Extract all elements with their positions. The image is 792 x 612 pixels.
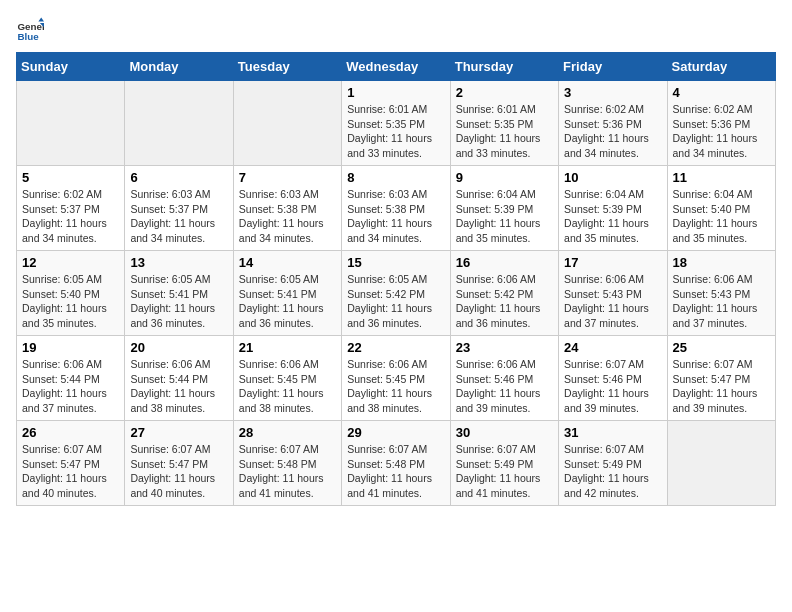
day-daylight: Daylight: 11 hours and 36 minutes. — [130, 302, 215, 329]
calendar-cell: 26 Sunrise: 6:07 AM Sunset: 5:47 PM Dayl… — [17, 421, 125, 506]
day-sunset: Sunset: 5:38 PM — [347, 203, 425, 215]
day-number: 16 — [456, 255, 553, 270]
day-daylight: Daylight: 11 hours and 36 minutes. — [456, 302, 541, 329]
calendar-cell: 10 Sunrise: 6:04 AM Sunset: 5:39 PM Dayl… — [559, 166, 667, 251]
day-sunset: Sunset: 5:40 PM — [22, 288, 100, 300]
day-sunset: Sunset: 5:40 PM — [673, 203, 751, 215]
day-number: 30 — [456, 425, 553, 440]
logo-icon: General Blue — [16, 16, 44, 44]
day-number: 24 — [564, 340, 661, 355]
day-number: 23 — [456, 340, 553, 355]
day-number: 29 — [347, 425, 444, 440]
day-sunrise: Sunrise: 6:02 AM — [673, 103, 753, 115]
day-sunset: Sunset: 5:47 PM — [22, 458, 100, 470]
weekday-header: Wednesday — [342, 53, 450, 81]
day-sunrise: Sunrise: 6:03 AM — [239, 188, 319, 200]
day-sunrise: Sunrise: 6:05 AM — [22, 273, 102, 285]
day-sunset: Sunset: 5:37 PM — [130, 203, 208, 215]
day-sunrise: Sunrise: 6:02 AM — [22, 188, 102, 200]
day-sunset: Sunset: 5:37 PM — [22, 203, 100, 215]
day-sunrise: Sunrise: 6:03 AM — [347, 188, 427, 200]
day-number: 27 — [130, 425, 227, 440]
day-daylight: Daylight: 11 hours and 34 minutes. — [130, 217, 215, 244]
day-sunset: Sunset: 5:46 PM — [564, 373, 642, 385]
day-number: 12 — [22, 255, 119, 270]
day-number: 10 — [564, 170, 661, 185]
calendar-cell — [667, 421, 775, 506]
day-sunrise: Sunrise: 6:03 AM — [130, 188, 210, 200]
day-daylight: Daylight: 11 hours and 36 minutes. — [347, 302, 432, 329]
day-number: 8 — [347, 170, 444, 185]
calendar-cell: 27 Sunrise: 6:07 AM Sunset: 5:47 PM Dayl… — [125, 421, 233, 506]
day-sunset: Sunset: 5:36 PM — [673, 118, 751, 130]
day-daylight: Daylight: 11 hours and 42 minutes. — [564, 472, 649, 499]
calendar-cell: 30 Sunrise: 6:07 AM Sunset: 5:49 PM Dayl… — [450, 421, 558, 506]
day-sunrise: Sunrise: 6:07 AM — [239, 443, 319, 455]
day-sunrise: Sunrise: 6:01 AM — [456, 103, 536, 115]
day-sunset: Sunset: 5:49 PM — [564, 458, 642, 470]
calendar-cell: 19 Sunrise: 6:06 AM Sunset: 5:44 PM Dayl… — [17, 336, 125, 421]
day-daylight: Daylight: 11 hours and 37 minutes. — [673, 302, 758, 329]
calendar-cell: 8 Sunrise: 6:03 AM Sunset: 5:38 PM Dayli… — [342, 166, 450, 251]
day-number: 28 — [239, 425, 336, 440]
day-sunrise: Sunrise: 6:06 AM — [130, 358, 210, 370]
day-daylight: Daylight: 11 hours and 40 minutes. — [130, 472, 215, 499]
day-daylight: Daylight: 11 hours and 38 minutes. — [130, 387, 215, 414]
day-daylight: Daylight: 11 hours and 34 minutes. — [239, 217, 324, 244]
day-daylight: Daylight: 11 hours and 38 minutes. — [347, 387, 432, 414]
calendar-cell: 21 Sunrise: 6:06 AM Sunset: 5:45 PM Dayl… — [233, 336, 341, 421]
day-sunrise: Sunrise: 6:05 AM — [130, 273, 210, 285]
calendar-cell: 4 Sunrise: 6:02 AM Sunset: 5:36 PM Dayli… — [667, 81, 775, 166]
calendar-cell: 18 Sunrise: 6:06 AM Sunset: 5:43 PM Dayl… — [667, 251, 775, 336]
weekday-header: Sunday — [17, 53, 125, 81]
calendar-cell — [17, 81, 125, 166]
day-sunset: Sunset: 5:35 PM — [347, 118, 425, 130]
day-number: 1 — [347, 85, 444, 100]
calendar-cell: 16 Sunrise: 6:06 AM Sunset: 5:42 PM Dayl… — [450, 251, 558, 336]
day-sunrise: Sunrise: 6:05 AM — [239, 273, 319, 285]
day-daylight: Daylight: 11 hours and 37 minutes. — [22, 387, 107, 414]
day-number: 7 — [239, 170, 336, 185]
day-sunrise: Sunrise: 6:02 AM — [564, 103, 644, 115]
calendar-cell: 11 Sunrise: 6:04 AM Sunset: 5:40 PM Dayl… — [667, 166, 775, 251]
day-daylight: Daylight: 11 hours and 34 minutes. — [673, 132, 758, 159]
calendar-cell: 25 Sunrise: 6:07 AM Sunset: 5:47 PM Dayl… — [667, 336, 775, 421]
day-sunset: Sunset: 5:47 PM — [673, 373, 751, 385]
day-number: 15 — [347, 255, 444, 270]
day-daylight: Daylight: 11 hours and 39 minutes. — [456, 387, 541, 414]
calendar-cell: 31 Sunrise: 6:07 AM Sunset: 5:49 PM Dayl… — [559, 421, 667, 506]
day-number: 14 — [239, 255, 336, 270]
day-sunrise: Sunrise: 6:04 AM — [564, 188, 644, 200]
day-sunset: Sunset: 5:35 PM — [456, 118, 534, 130]
day-number: 25 — [673, 340, 770, 355]
calendar-cell: 17 Sunrise: 6:06 AM Sunset: 5:43 PM Dayl… — [559, 251, 667, 336]
day-daylight: Daylight: 11 hours and 41 minutes. — [456, 472, 541, 499]
day-number: 21 — [239, 340, 336, 355]
day-sunset: Sunset: 5:48 PM — [347, 458, 425, 470]
day-daylight: Daylight: 11 hours and 38 minutes. — [239, 387, 324, 414]
calendar-cell: 2 Sunrise: 6:01 AM Sunset: 5:35 PM Dayli… — [450, 81, 558, 166]
day-number: 11 — [673, 170, 770, 185]
day-sunrise: Sunrise: 6:06 AM — [456, 273, 536, 285]
day-sunset: Sunset: 5:49 PM — [456, 458, 534, 470]
day-sunset: Sunset: 5:48 PM — [239, 458, 317, 470]
day-sunrise: Sunrise: 6:01 AM — [347, 103, 427, 115]
day-daylight: Daylight: 11 hours and 35 minutes. — [673, 217, 758, 244]
weekday-header: Friday — [559, 53, 667, 81]
calendar-cell: 24 Sunrise: 6:07 AM Sunset: 5:46 PM Dayl… — [559, 336, 667, 421]
day-daylight: Daylight: 11 hours and 36 minutes. — [239, 302, 324, 329]
calendar-cell: 15 Sunrise: 6:05 AM Sunset: 5:42 PM Dayl… — [342, 251, 450, 336]
logo: General Blue — [16, 16, 48, 44]
day-sunset: Sunset: 5:41 PM — [130, 288, 208, 300]
calendar-cell: 12 Sunrise: 6:05 AM Sunset: 5:40 PM Dayl… — [17, 251, 125, 336]
day-daylight: Daylight: 11 hours and 33 minutes. — [456, 132, 541, 159]
day-sunrise: Sunrise: 6:05 AM — [347, 273, 427, 285]
calendar-cell — [233, 81, 341, 166]
day-daylight: Daylight: 11 hours and 34 minutes. — [347, 217, 432, 244]
day-number: 5 — [22, 170, 119, 185]
day-sunrise: Sunrise: 6:07 AM — [564, 443, 644, 455]
calendar-cell: 5 Sunrise: 6:02 AM Sunset: 5:37 PM Dayli… — [17, 166, 125, 251]
day-number: 2 — [456, 85, 553, 100]
day-number: 22 — [347, 340, 444, 355]
day-daylight: Daylight: 11 hours and 33 minutes. — [347, 132, 432, 159]
